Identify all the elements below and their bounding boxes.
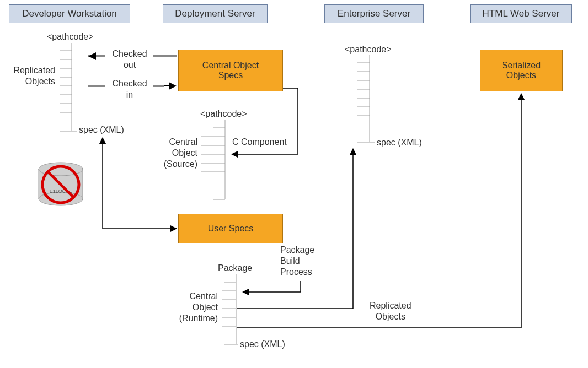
arrowhead-checked-out [88,52,96,60]
header-deployment-server: Deployment Server [163,4,268,23]
tickstack-package [222,274,238,344]
tickstack-deploy-source [201,120,225,199]
label-pathcode-dev: <pathcode> [47,31,94,42]
label-checked-in: Checked in [108,78,152,100]
label-package: Package [218,263,252,274]
arrow-package-build [243,281,301,292]
header-dev-workstation: Developer Workstation [9,4,130,23]
db-label: E1LOCAL [50,188,72,194]
db-e1local-icon [39,163,83,205]
box-label: Central Object Specs [202,61,259,80]
no-circle-icon [42,166,79,203]
tickstack-dev [60,43,77,131]
label-pathcode-ent: <pathcode> [345,44,392,55]
tickstack-ent [357,55,375,142]
header-label: Developer Workstation [22,8,117,19]
diagram-stage: Developer Workstation Deployment Server … [0,0,588,368]
label-replicated-objects-left: Replicated Objects [3,65,55,87]
label-central-object-runtime: Central Object (Runtime) [174,291,218,324]
arrowhead-checked-in [169,82,177,90]
label-spec-xml-ent: spec (XML) [377,137,422,148]
svg-point-44 [39,192,83,205]
label-checked-out: Checked out [108,48,152,71]
svg-line-46 [48,172,73,197]
header-label: HTML Web Server [483,8,560,19]
label-spec-xml-pkg: spec (XML) [240,339,285,350]
label-replicated-objects-right: Replicated Objects [370,300,411,322]
svg-point-40 [39,163,83,176]
label-pathcode-deploy: <pathcode> [200,109,247,120]
header-html-web-server: HTML Web Server [470,4,572,23]
svg-point-45 [42,166,79,203]
header-label: Deployment Server [175,8,255,19]
box-user-specs: User Specs [178,214,283,243]
box-central-object-specs: Central Object Specs [178,50,283,91]
header-label: Enterprise Server [338,8,410,19]
label-c-component: C Component [232,137,287,148]
box-label: User Specs [208,224,254,234]
label-spec-xml-dev: spec (XML) [79,125,124,136]
header-enterprise-server: Enterprise Server [324,4,424,23]
label-central-object-source: Central Object (Source) [160,137,197,170]
svg-rect-41 [39,169,83,199]
label-package-build-process: Package Build Process [280,245,314,278]
box-label: Serialized Objects [502,61,541,80]
box-serialized-objects: Serialized Objects [480,50,563,91]
arrow-runtime-to-serialized [237,94,521,328]
